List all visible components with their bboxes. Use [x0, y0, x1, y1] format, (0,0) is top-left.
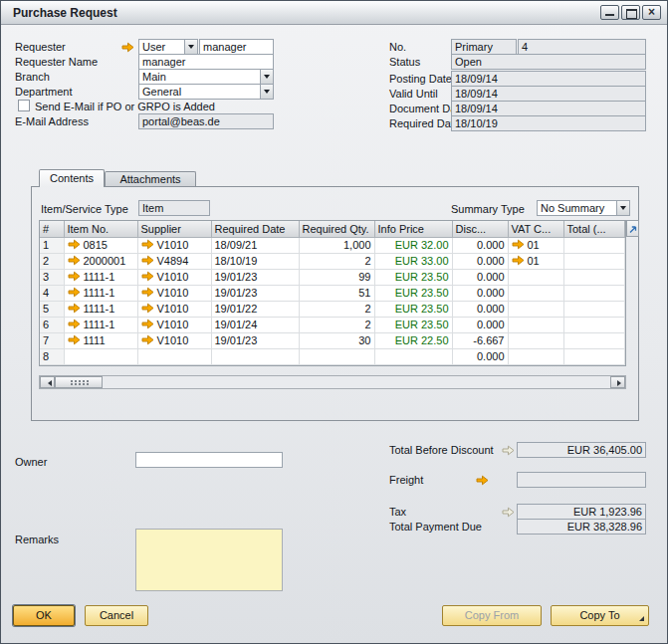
vat-link-arrow-icon[interactable]	[512, 255, 525, 266]
info-price-cell[interactable]: EUR 23.50	[374, 269, 452, 285]
total-cell[interactable]	[563, 301, 625, 317]
required-qty-cell[interactable]: 2	[299, 301, 374, 317]
supplier-link-arrow-icon[interactable]	[141, 334, 154, 345]
grid-row[interactable]: 2 2000001 V4894 18/10/19 2 EUR 33.00 0.0…	[40, 253, 625, 269]
ok-button[interactable]: OK	[13, 605, 75, 626]
row-number-cell[interactable]: 2	[40, 253, 64, 269]
info-price-cell[interactable]	[374, 348, 452, 364]
total-cell[interactable]	[563, 332, 625, 348]
grid-row[interactable]: 3 1111-1 V1010 19/01/23 99 EUR 23.50 0.0…	[40, 269, 625, 285]
grid-expand-icon[interactable]	[626, 220, 639, 237]
supplier-link-arrow-icon[interactable]	[141, 303, 154, 314]
total-cell[interactable]	[563, 348, 625, 364]
vat-code-cell[interactable]	[508, 317, 563, 332]
item-no-cell[interactable]: 1111-1	[64, 317, 137, 332]
vat-code-cell[interactable]	[508, 348, 563, 364]
send-email-checkbox[interactable]	[18, 100, 30, 111]
required-date-cell[interactable]: 19/01/23	[211, 269, 299, 285]
vat-code-cell[interactable]	[508, 269, 563, 285]
row-number-cell[interactable]: 3	[40, 269, 64, 285]
col-header-total[interactable]: Total (...	[563, 221, 625, 237]
grid-row[interactable]: 8 0.000	[40, 348, 625, 364]
requester-type-select[interactable]: User	[138, 39, 198, 55]
item-link-arrow-icon[interactable]	[68, 303, 81, 314]
total-cell[interactable]	[563, 253, 625, 269]
col-header-required-date[interactable]: Required Date	[211, 221, 299, 237]
cancel-button[interactable]: Cancel	[85, 605, 148, 626]
supplier-cell[interactable]: V4894	[137, 253, 211, 269]
scroll-right-icon[interactable]	[610, 376, 625, 388]
total-cell[interactable]	[563, 237, 625, 253]
vat-code-cell[interactable]	[508, 332, 563, 348]
info-price-cell[interactable]: EUR 22.50	[374, 332, 452, 348]
maximize-icon[interactable]	[621, 5, 640, 20]
no-series-field[interactable]: Primary	[451, 39, 517, 55]
info-price-cell[interactable]: EUR 23.50	[374, 285, 452, 301]
valid-until-field[interactable]: 18/09/14	[451, 86, 646, 102]
close-icon[interactable]	[642, 5, 661, 20]
row-number-cell[interactable]: 4	[40, 285, 64, 301]
required-date-cell[interactable]: 19/01/23	[211, 332, 299, 348]
department-select[interactable]: General	[138, 84, 274, 100]
total-cell[interactable]	[563, 269, 625, 285]
col-header-discount[interactable]: Disc...	[452, 221, 508, 237]
freight-field[interactable]	[517, 472, 646, 488]
row-number-cell[interactable]: 1	[40, 237, 64, 253]
grid-row[interactable]: 6 1111-1 V1010 19/01/24 2 EUR 23.50 0.00…	[40, 317, 625, 332]
item-service-type-field[interactable]: Item	[138, 200, 210, 216]
grid-row[interactable]: 4 1111-1 V1010 19/01/23 51 EUR 23.50 0.0…	[40, 285, 625, 301]
branch-select[interactable]: Main	[138, 69, 274, 85]
item-no-cell[interactable]: 2000001	[64, 253, 137, 269]
info-price-cell[interactable]: EUR 23.50	[374, 317, 452, 332]
supplier-cell[interactable]: V1010	[137, 269, 211, 285]
grid-horizontal-scrollbar[interactable]	[39, 375, 626, 389]
info-price-cell[interactable]: EUR 32.00	[374, 237, 452, 253]
info-price-cell[interactable]: EUR 23.50	[374, 301, 452, 317]
vat-code-cell[interactable]: 01	[508, 237, 563, 253]
required-qty-cell[interactable]: 30	[299, 332, 374, 348]
no-value-field[interactable]: 4	[518, 39, 646, 55]
dropdown-arrow-icon[interactable]	[260, 70, 273, 84]
required-qty-cell[interactable]: 2	[299, 253, 374, 269]
row-number-cell[interactable]: 8	[40, 348, 64, 364]
required-qty-cell[interactable]: 99	[299, 269, 374, 285]
item-link-arrow-icon[interactable]	[68, 271, 81, 282]
supplier-link-arrow-icon[interactable]	[141, 319, 154, 329]
item-link-arrow-icon[interactable]	[68, 334, 81, 345]
scrollbar-thumb[interactable]	[55, 376, 103, 388]
item-no-cell[interactable]: 1111-1	[64, 269, 137, 285]
document-date-field[interactable]: 18/09/14	[451, 101, 646, 116]
col-header-item-no[interactable]: Item No.	[64, 221, 137, 237]
required-date-cell[interactable]: 19/01/22	[211, 301, 299, 317]
item-link-arrow-icon[interactable]	[68, 319, 81, 329]
required-date-cell[interactable]: 18/10/19	[211, 253, 299, 269]
col-header-vat-code[interactable]: VAT C...	[508, 221, 563, 237]
discount-cell[interactable]: 0.000	[452, 269, 508, 285]
vat-code-cell[interactable]	[508, 285, 563, 301]
vat-code-cell[interactable]: 01	[508, 253, 563, 269]
remarks-field[interactable]	[135, 529, 283, 591]
required-qty-cell[interactable]: 2	[299, 317, 374, 332]
tab-contents[interactable]: Contents	[39, 169, 105, 187]
required-date-field[interactable]: 18/10/19	[451, 115, 646, 131]
required-date-cell[interactable]: 19/01/24	[211, 317, 299, 332]
grid-row[interactable]: 5 1111-1 V1010 19/01/22 2 EUR 23.50 0.00…	[40, 301, 625, 317]
requester-field[interactable]: manager	[199, 39, 274, 55]
scroll-left-icon[interactable]	[40, 376, 55, 388]
required-qty-cell[interactable]	[299, 348, 374, 364]
required-date-cell[interactable]: 18/09/21	[211, 237, 299, 253]
supplier-cell[interactable]: V1010	[137, 332, 211, 348]
col-header-row-number[interactable]: #	[40, 221, 64, 237]
total-before-discount-link-arrow-icon[interactable]	[502, 445, 515, 456]
discount-cell[interactable]: 0.000	[452, 237, 508, 253]
summary-type-select[interactable]: No Summary	[537, 200, 630, 216]
item-no-cell[interactable]	[64, 348, 137, 364]
total-cell[interactable]	[563, 285, 625, 301]
supplier-cell[interactable]: V1010	[137, 237, 211, 253]
required-qty-cell[interactable]: 51	[299, 285, 374, 301]
discount-cell[interactable]: 0.000	[452, 348, 508, 364]
row-number-cell[interactable]: 6	[40, 317, 64, 332]
discount-cell[interactable]: 0.000	[452, 285, 508, 301]
grid-row[interactable]: 7 1111 V1010 19/01/23 30 EUR 22.50 -6.66…	[40, 332, 625, 348]
supplier-cell[interactable]: V1010	[137, 317, 211, 332]
